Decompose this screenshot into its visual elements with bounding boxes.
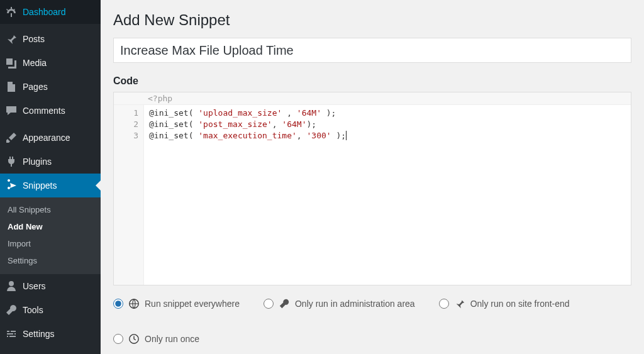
menu-label: Media bbox=[23, 57, 47, 69]
run-option-everywhere[interactable]: Run snippet everywhere bbox=[113, 298, 240, 309]
sidebar-item-snippets[interactable]: Snippets bbox=[0, 174, 101, 197]
code-content[interactable]: @ini_set( 'upload_max_size' , '64M' ); @… bbox=[144, 105, 631, 285]
code-section-heading: Code bbox=[113, 75, 631, 87]
run-option-label: Only run once bbox=[145, 334, 199, 344]
sidebar-item-posts[interactable]: Posts bbox=[0, 27, 101, 51]
run-scope-options: Run snippet everywhere Only run in admin… bbox=[113, 298, 631, 345]
globe-icon bbox=[128, 298, 140, 309]
wrench-icon bbox=[279, 298, 290, 309]
submenu-item-all-snippets[interactable]: All Snippets bbox=[0, 201, 101, 218]
clock-icon bbox=[128, 333, 140, 345]
run-option-once[interactable]: Only run once bbox=[113, 333, 199, 345]
code-line: @ini_set( 'max_execution_time', '300' ); bbox=[149, 130, 626, 141]
brush-icon bbox=[5, 131, 18, 144]
admin-sidebar: Dashboard Posts Media Pages Comments App… bbox=[0, 0, 101, 354]
run-option-label: Only run on site front-end bbox=[470, 299, 570, 309]
snippet-title-input[interactable] bbox=[113, 38, 631, 63]
user-icon bbox=[5, 280, 18, 292]
pin-icon bbox=[454, 298, 465, 309]
run-option-label: Only run in administration area bbox=[295, 299, 415, 309]
page-icon bbox=[5, 80, 18, 93]
sidebar-item-dashboard[interactable]: Dashboard bbox=[0, 0, 101, 24]
sidebar-item-settings[interactable]: Settings bbox=[0, 322, 101, 346]
menu-label: Users bbox=[23, 280, 46, 292]
page-title: Add New Snippet bbox=[113, 11, 631, 29]
menu-label: Plugins bbox=[23, 156, 52, 167]
sidebar-item-media[interactable]: Media bbox=[0, 51, 101, 75]
menu-label: Posts bbox=[23, 33, 45, 45]
submenu-item-add-new[interactable]: Add New bbox=[0, 218, 101, 235]
code-gutter: 1 2 3 bbox=[114, 105, 144, 285]
menu-label: Appearance bbox=[23, 132, 70, 143]
run-option-admin[interactable]: Only run in administration area bbox=[264, 298, 415, 309]
run-option-label: Run snippet everywhere bbox=[145, 299, 240, 309]
php-opening-tag: <?php bbox=[114, 92, 631, 105]
run-radio-once[interactable] bbox=[113, 334, 123, 344]
sidebar-item-tools[interactable]: Tools bbox=[0, 298, 101, 322]
pin-icon bbox=[5, 33, 18, 45]
sidebar-item-users[interactable]: Users bbox=[0, 274, 101, 298]
code-editor[interactable]: <?php 1 2 3 @ini_set( 'upload_max_size' … bbox=[113, 92, 631, 285]
plug-icon bbox=[5, 155, 18, 168]
snippets-submenu: All Snippets Add New Import Settings bbox=[0, 197, 101, 274]
comment-icon bbox=[5, 104, 18, 117]
code-line: @ini_set( 'post_max_size', '64M'); bbox=[149, 119, 626, 130]
menu-label: Pages bbox=[23, 81, 48, 92]
menu-label: Tools bbox=[23, 304, 43, 316]
scissors-icon bbox=[5, 179, 18, 192]
run-radio-frontend[interactable] bbox=[439, 299, 449, 309]
sliders-icon bbox=[5, 328, 18, 340]
dashboard-icon bbox=[5, 6, 18, 18]
code-line: @ini_set( 'upload_max_size' , '64M' ); bbox=[149, 108, 626, 119]
submenu-item-settings[interactable]: Settings bbox=[0, 252, 101, 269]
sidebar-item-comments[interactable]: Comments bbox=[0, 99, 101, 123]
menu-label: Comments bbox=[23, 105, 65, 116]
submenu-item-import[interactable]: Import bbox=[0, 235, 101, 252]
sidebar-item-appearance[interactable]: Appearance bbox=[0, 126, 101, 150]
menu-label: Settings bbox=[23, 328, 55, 340]
sidebar-item-pages[interactable]: Pages bbox=[0, 75, 101, 99]
media-icon bbox=[5, 57, 18, 69]
main-content: Add New Snippet Code <?php 1 2 3 @ini_se… bbox=[101, 0, 644, 354]
run-radio-admin[interactable] bbox=[264, 299, 274, 309]
wrench-icon bbox=[5, 304, 18, 316]
run-option-frontend[interactable]: Only run on site front-end bbox=[439, 298, 570, 309]
sidebar-item-plugins[interactable]: Plugins bbox=[0, 150, 101, 174]
menu-label: Dashboard bbox=[23, 6, 66, 18]
run-radio-everywhere[interactable] bbox=[113, 299, 123, 309]
menu-label: Snippets bbox=[23, 180, 57, 191]
